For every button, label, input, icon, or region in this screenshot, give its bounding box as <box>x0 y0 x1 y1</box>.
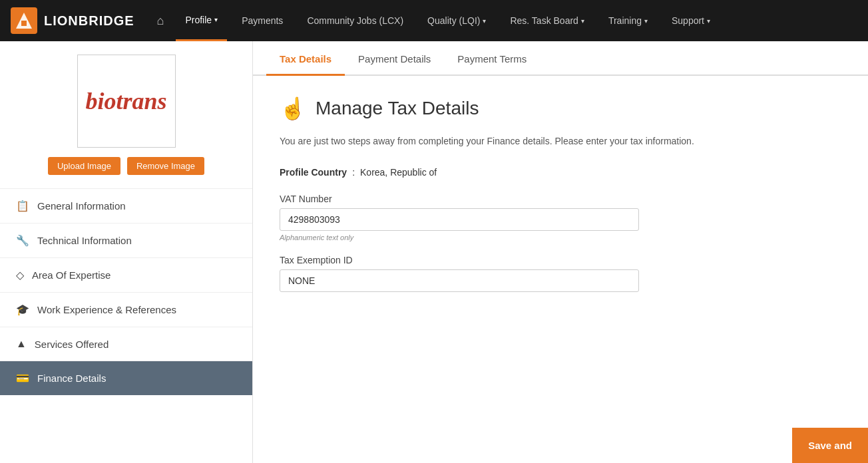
nav-item-community-jobs[interactable]: Community Jobs (LCX) <box>298 0 413 41</box>
technical-information-icon: 🔧 <box>16 234 29 247</box>
tax-exemption-group: Tax Exemption ID <box>280 255 639 292</box>
tax-exemption-label: Tax Exemption ID <box>280 255 639 265</box>
sidebar: biotrans Upload Image Remove Image 📋 Gen… <box>0 41 253 463</box>
profile-country-row: Profile Country : Korea, Republic of <box>280 167 841 178</box>
profile-country-label: Profile Country <box>280 167 347 178</box>
logo-icon <box>11 7 37 34</box>
save-and-button[interactable]: Save and <box>792 428 868 463</box>
sidebar-item-general-information-label: General Information <box>37 200 126 212</box>
profile-country-value: Korea, Republic of <box>360 167 437 178</box>
avatar-image-box: biotrans <box>77 55 176 148</box>
work-experience-icon: 🎓 <box>16 303 29 316</box>
nav-item-training[interactable]: Training ▾ <box>599 0 657 41</box>
quality-caret-icon: ▾ <box>483 17 486 25</box>
tax-exemption-input[interactable] <box>280 269 639 292</box>
avatar-section: biotrans Upload Image Remove Image <box>0 41 252 188</box>
vat-number-input[interactable] <box>280 208 639 231</box>
subtitle-text: You are just two steps away from complet… <box>280 134 841 148</box>
content-area: Tax Details Payment Details Payment Term… <box>253 41 868 463</box>
vat-hint-text: Alphanumeric text only <box>280 233 639 241</box>
nav-item-profile[interactable]: Profile ▾ <box>176 0 227 41</box>
avatar-buttons: Upload Image Remove Image <box>48 157 204 175</box>
manage-tax-icon: ☝ <box>280 96 306 121</box>
content-body: ☝ Manage Tax Details You are just two st… <box>253 76 868 463</box>
sidebar-item-area-of-expertise[interactable]: ◇ Area Of Expertise <box>0 257 252 292</box>
upload-image-button[interactable]: Upload Image <box>48 157 120 175</box>
nav-item-quality[interactable]: Quality (LQI) ▾ <box>418 0 495 41</box>
nav-item-support[interactable]: Support ▾ <box>662 0 720 41</box>
support-caret-icon: ▾ <box>707 17 710 25</box>
sidebar-item-technical-information[interactable]: 🔧 Technical Information <box>0 223 252 257</box>
sidebar-item-finance-details-label: Finance Details <box>37 373 106 384</box>
area-of-expertise-icon: ◇ <box>16 269 24 281</box>
top-navigation: LIONBRIDGE ⌂ Profile ▾ Payments Communit… <box>0 0 868 41</box>
nav-item-payments[interactable]: Payments <box>232 0 292 41</box>
sidebar-item-services-offered[interactable]: ▲ Services Offered <box>0 327 252 361</box>
nav-item-res-task-board[interactable]: Res. Task Board ▾ <box>501 0 593 41</box>
svg-rect-1 <box>21 21 27 26</box>
sidebar-item-technical-information-label: Technical Information <box>37 235 132 246</box>
sidebar-item-work-experience-references[interactable]: 🎓 Work Experience & References <box>0 292 252 327</box>
logo-text: LIONBRIDGE <box>44 13 134 29</box>
logo: LIONBRIDGE <box>11 7 134 34</box>
profile-caret-icon: ▾ <box>214 16 218 23</box>
profile-country-colon: : <box>352 167 355 178</box>
training-caret-icon: ▾ <box>644 17 648 25</box>
finance-details-icon: 💳 <box>16 372 29 385</box>
tabs-bar: Tax Details Payment Details Payment Term… <box>253 41 868 76</box>
sidebar-item-services-offered-label: Services Offered <box>35 339 108 350</box>
page-title: Manage Tax Details <box>316 98 479 119</box>
sidebar-item-area-of-expertise-label: Area Of Expertise <box>32 269 110 281</box>
page-header: ☝ Manage Tax Details <box>280 96 841 121</box>
sidebar-item-finance-details[interactable]: 💳 Finance Details <box>0 361 252 395</box>
tab-tax-details[interactable]: Tax Details <box>266 41 345 76</box>
res-task-caret-icon: ▾ <box>581 17 584 25</box>
vat-number-group: VAT Number Alphanumeric text only <box>280 194 639 241</box>
services-offered-icon: ▲ <box>16 338 27 350</box>
tab-payment-terms[interactable]: Payment Terms <box>444 41 540 76</box>
vat-number-label: VAT Number <box>280 194 639 204</box>
home-nav-button[interactable]: ⌂ <box>150 9 171 33</box>
main-layout: biotrans Upload Image Remove Image 📋 Gen… <box>0 41 868 463</box>
tab-payment-details[interactable]: Payment Details <box>345 41 444 76</box>
avatar-logo-text: biotrans <box>85 87 166 115</box>
remove-image-button[interactable]: Remove Image <box>127 157 204 175</box>
general-information-icon: 📋 <box>16 200 29 212</box>
sidebar-item-general-information[interactable]: 📋 General Information <box>0 188 252 223</box>
sidebar-item-work-experience-label: Work Experience & References <box>37 304 176 315</box>
